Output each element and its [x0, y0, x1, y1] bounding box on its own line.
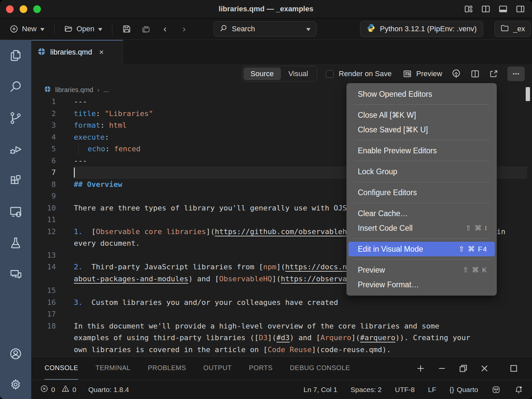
panel-tab-terminal[interactable]: TERMINAL [95, 357, 130, 380]
menu-item-lock-group[interactable]: Lock Group [348, 164, 495, 179]
preview-icon[interactable] [402, 69, 412, 79]
toggle-panel-icon[interactable] [498, 4, 508, 14]
notifications-bell-icon[interactable] [514, 385, 523, 394]
line-number: 11 [31, 214, 74, 226]
more-actions-button[interactable] [507, 66, 525, 81]
workspace-button[interactable]: _ex [494, 21, 531, 37]
app-window: libraries.qmd — _examples [0, 0, 532, 399]
menu-separator [354, 182, 489, 182]
close-panel-icon[interactable] [479, 363, 489, 373]
open-folder-icon [64, 24, 73, 34]
python-logo-icon [366, 23, 376, 35]
panel-tab-output[interactable]: OUTPUT [203, 357, 232, 380]
panel-tab-problems[interactable]: PROBLEMS [148, 357, 186, 380]
menu-item-close-all-k-w[interactable]: Close All [⌘K W] [348, 108, 495, 122]
bottom-panel-bar: CONSOLETERMINALPROBLEMSOUTPUTPORTSDEBUG … [31, 356, 532, 380]
status-bar: 0 0 Quarto: 1.8.4 Ln 7, Col 1 Spaces: 2 … [31, 380, 532, 399]
code-line[interactable]: 18In this document we'll provide a high-… [31, 320, 532, 356]
panel-tab-ports[interactable]: PORTS [249, 357, 273, 380]
indentation-status[interactable]: Spaces: 2 [350, 386, 381, 394]
line-number: 5 [31, 143, 74, 155]
open-button[interactable]: Open ▼ [61, 22, 106, 36]
save-button[interactable] [118, 21, 135, 37]
run-debug-icon[interactable] [8, 142, 23, 157]
menu-item-preview[interactable]: Preview⇧ ⌘ K [348, 263, 495, 277]
render-publish-icon[interactable] [451, 68, 462, 79]
account-icon[interactable] [8, 346, 23, 361]
settings-gear-icon[interactable] [8, 378, 23, 392]
language-mode-status[interactable]: {} Quarto [450, 386, 478, 394]
menu-separator [354, 161, 489, 161]
text-cursor [74, 168, 75, 178]
line-number: 2 [31, 108, 74, 120]
code-line[interactable]: 163. Custom libraries you and/or your co… [31, 297, 532, 309]
menu-item-configure-editors[interactable]: Configure Editors [348, 185, 495, 200]
quarto-version-status[interactable]: Quarto: 1.8.4 [88, 386, 129, 394]
quarto-file-icon [44, 85, 51, 94]
source-control-icon[interactable] [8, 111, 23, 125]
error-icon [40, 384, 49, 395]
visual-mode-button[interactable]: Visual [281, 67, 316, 80]
extensions-icon[interactable] [8, 173, 23, 188]
testing-flask-icon[interactable] [8, 236, 23, 250]
search-icon [219, 24, 228, 34]
interpreter-selector[interactable]: Python 3.12.1 (PipEnv: .venv) [360, 21, 483, 37]
maximize-panel-icon[interactable] [509, 363, 519, 373]
menu-item-edit-in-visual-mode[interactable]: Edit in Visual Mode⇧ ⌘ F4 [348, 242, 495, 256]
open-label: Open [76, 25, 94, 33]
new-console-plus-icon[interactable] [416, 363, 426, 373]
open-in-new-window-icon[interactable] [489, 69, 499, 79]
panel-tab-console[interactable]: CONSOLE [45, 357, 78, 380]
line-number: 18 [31, 320, 74, 356]
search-input[interactable]: Search ▼ [213, 21, 317, 37]
save-all-button[interactable] [138, 21, 154, 37]
menu-item-label: Preview Format… [358, 280, 419, 289]
render-on-save-checkbox[interactable] [326, 70, 333, 78]
menu-item-close-saved-k-u[interactable]: Close Saved [⌘K U] [348, 122, 495, 137]
new-button[interactable]: New ▼ [6, 22, 48, 36]
toolbar-divider [54, 23, 55, 35]
panel-tab-debug-console[interactable]: DEBUG CONSOLE [290, 357, 350, 380]
breadcrumb-more[interactable]: ... [103, 86, 109, 94]
tab-close-icon[interactable]: × [99, 48, 104, 57]
tab-libraries-qmd[interactable]: libraries.qmd × [31, 40, 123, 64]
explorer-icon[interactable] [8, 48, 23, 63]
menu-item-insert-code-cell[interactable]: Insert Code Cell⇧ ⌘ I [348, 221, 495, 235]
navigate-back-icon[interactable]: ‹ [157, 24, 173, 34]
breadcrumb-file[interactable]: libraries.qmd [55, 86, 93, 94]
feedback-robot-icon[interactable] [491, 385, 501, 394]
split-editor-layout-icon[interactable] [481, 4, 491, 14]
main-toolbar: New ▼ Open ▼ ‹ › Search ▼ [0, 18, 532, 40]
chevron-down-icon: ▼ [97, 26, 104, 32]
navigate-forward-icon[interactable]: › [176, 24, 192, 34]
menu-item-enable-preview-editors[interactable]: Enable Preview Editors [348, 143, 495, 158]
eol-status[interactable]: LF [428, 386, 436, 394]
menu-item-label: Insert Code Cell [358, 224, 413, 233]
sessions-icon[interactable] [8, 204, 23, 219]
chevron-down-icon: ▼ [39, 26, 46, 32]
menu-item-shortcut: ⇧ ⌘ I [466, 224, 487, 232]
customize-layout-icon[interactable] [464, 4, 473, 14]
menu-item-clear-cache[interactable]: Clear Cache… [348, 206, 495, 221]
search-sidebar-icon[interactable] [8, 79, 23, 94]
title-bar: libraries.qmd — _examples [0, 0, 532, 18]
source-mode-button[interactable]: Source [243, 67, 281, 80]
restore-panel-icon[interactable] [458, 363, 468, 373]
problems-status[interactable]: 0 0 [40, 384, 76, 395]
split-editor-icon[interactable] [470, 69, 480, 79]
chat-icon[interactable] [8, 267, 23, 282]
line-number: 1 [31, 96, 74, 108]
preview-label[interactable]: Preview [416, 69, 442, 78]
line-number: 16 [31, 297, 74, 309]
toggle-secondary-sidebar-icon[interactable] [515, 4, 525, 14]
code-line[interactable]: 17 [31, 308, 532, 320]
menu-item-label: Show Opened Editors [358, 90, 432, 99]
encoding-status[interactable]: UTF-8 [395, 386, 415, 394]
editor-scrollbar-thumb[interactable] [526, 87, 530, 101]
minimize-panel-icon[interactable] [437, 363, 447, 373]
menu-item-show-opened-editors[interactable]: Show Opened Editors [348, 87, 495, 101]
cursor-position-status[interactable]: Ln 7, Col 1 [304, 386, 337, 394]
menu-item-preview-format[interactable]: Preview Format… [348, 277, 495, 292]
activity-bar [0, 40, 31, 399]
menu-item-label: Enable Preview Editors [358, 146, 437, 155]
